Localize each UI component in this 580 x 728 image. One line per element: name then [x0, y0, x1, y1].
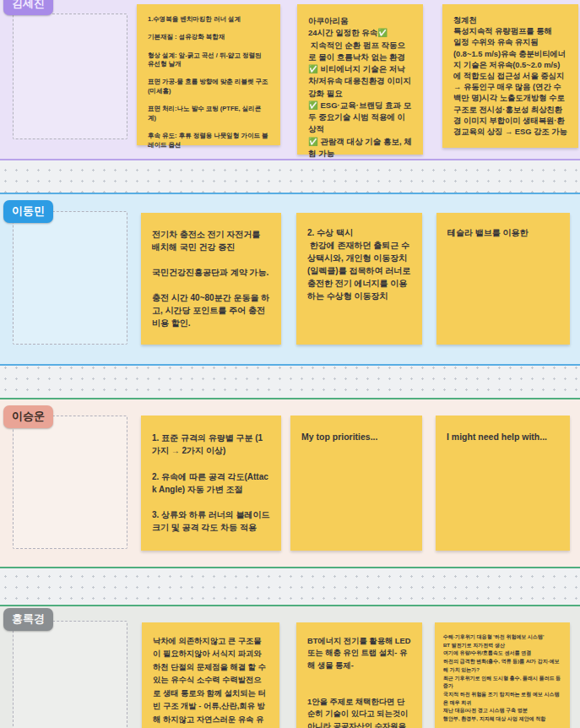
sticky-note[interactable]: My top priorities...	[290, 416, 422, 551]
author-tag[interactable]: 홍록경	[3, 608, 53, 631]
placeholder-box[interactable]	[13, 211, 127, 345]
whiteboard-canvas: 1.수영복을 벤치마킹한 러너 설계 기본재질 : 섬유강화 복합재 형상 설계…	[0, 0, 580, 728]
sticky-note[interactable]: I might need help with...	[436, 416, 570, 551]
author-tag[interactable]: 김세진	[3, 0, 53, 15]
sticky-note[interactable]: 테슬라 밸브를 이용한	[436, 213, 570, 345]
author-tag[interactable]: 이승운	[3, 405, 53, 428]
sticky-note[interactable]: 1. 표준 규격의 유량별 구분 (1가지 → 2가지 이상) 2. 유속에 따…	[141, 416, 281, 551]
author-tag[interactable]: 이동민	[3, 200, 53, 223]
sticky-note[interactable]: 1.수영복을 벤치마킹한 러너 설계 기본재질 : 섬유강화 복합재 형상 설계…	[137, 4, 280, 145]
sticky-note[interactable]: 전기차 충전소 전기 자전거를 배치해 국민 건강 증진 국민건강진흥공단과 계…	[141, 213, 281, 345]
sticky-note[interactable]: 수해·기후위기 대응형 '하천 위험예보 시스템' BT 발전기로 자가전력 생…	[435, 622, 570, 728]
placeholder-box[interactable]	[13, 416, 127, 549]
sticky-note[interactable]: BT에너지 전기를 활용해 LED 또는 해충 유인 트랩 설치- 유해 생물 …	[296, 622, 422, 728]
sticky-note[interactable]: 청계천 특성지속적 유량펌프를 통해 일정 수위와 유속 유지됨 (0.8~1.…	[442, 4, 578, 148]
placeholder-box[interactable]	[13, 621, 127, 728]
placeholder-box[interactable]	[13, 14, 127, 139]
sticky-note[interactable]: 2. 수상 택시 한강에 존재하던 출퇴근 수상택시와, 개인형 이동장치(일렉…	[296, 213, 422, 345]
sticky-note[interactable]: 낙차에 의존하지않고 큰 구조물이 필요하지않아 서식지 파괴와 하천 단절의 …	[142, 622, 279, 728]
sticky-note[interactable]: 아쿠아리움 24시간 일정한 유속✅ 지속적인 순환 펌프 작동으로 물이 흐름…	[297, 4, 423, 155]
